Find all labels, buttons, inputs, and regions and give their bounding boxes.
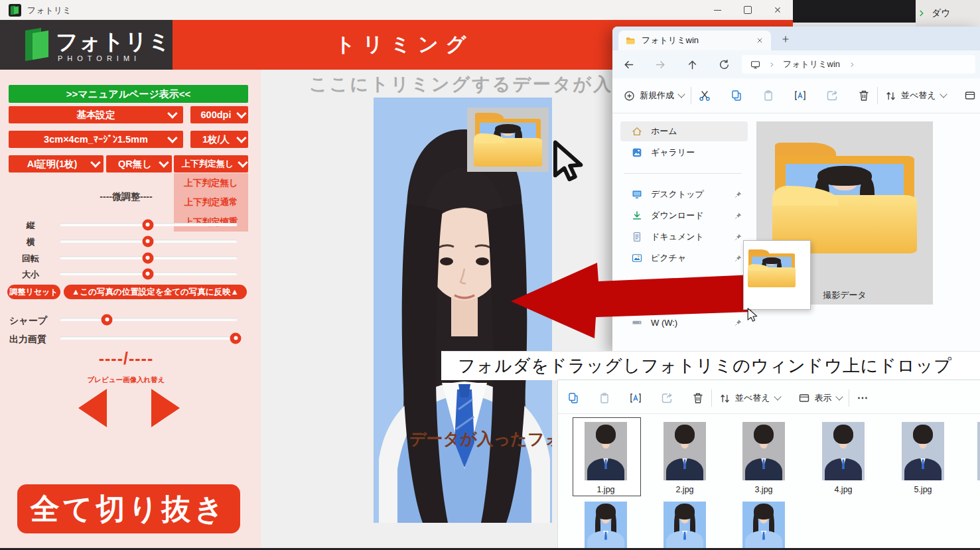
file-thumbnail[interactable] (742, 502, 785, 549)
share-icon[interactable] (825, 89, 839, 102)
chevron-down-icon (167, 133, 178, 143)
pin-icon (734, 233, 742, 241)
file-thumbnail[interactable] (585, 502, 627, 549)
refresh-icon[interactable] (718, 58, 731, 71)
sort-icon[interactable] (884, 90, 897, 102)
slider-knob[interactable] (142, 219, 153, 230)
paste-icon[interactable] (598, 391, 611, 405)
sidebar-item-gallery[interactable]: ギャラリー (620, 143, 748, 163)
reset-adjust-button[interactable]: 調整リセット (7, 285, 60, 299)
file-thumbnail[interactable] (585, 422, 627, 480)
fine-adjust-label: ----微調整---- (60, 191, 192, 203)
desktop-shortcut-label[interactable]: ダウ (932, 7, 951, 19)
manual-page-button[interactable]: >>マニュアルページ表示<< (9, 85, 248, 103)
sidebar-item-downloads[interactable]: ダウンロード (620, 206, 748, 226)
dpi-select[interactable]: 600dpi (190, 106, 248, 123)
chevron-down-icon (90, 157, 101, 168)
share-icon[interactable] (660, 391, 673, 405)
new-item-label[interactable]: 新規作成 (640, 90, 674, 102)
tab-close-icon[interactable] (755, 36, 764, 45)
up-icon[interactable] (686, 58, 699, 71)
sidebar-item-documents[interactable]: ドキュメント (620, 227, 748, 247)
paste-icon[interactable] (762, 89, 775, 102)
close-button[interactable] (762, 0, 793, 20)
menu-item[interactable]: 上下判定無し (174, 173, 248, 192)
qr-select[interactable]: QR無し (106, 155, 172, 172)
view-icon[interactable] (798, 391, 811, 405)
cut-icon[interactable] (698, 89, 711, 102)
view-icon[interactable] (963, 89, 977, 102)
explorer-tab[interactable]: フォトリミwin (618, 31, 771, 50)
file-thumbnail[interactable] (664, 502, 706, 549)
copy-icon[interactable] (730, 89, 743, 102)
file-thumbnail[interactable] (742, 422, 785, 480)
delete-icon[interactable] (691, 391, 705, 405)
forward-icon[interactable] (654, 58, 667, 71)
back-icon[interactable] (622, 58, 635, 71)
sidebar-item-home[interactable]: ホーム (620, 121, 748, 141)
copy-icon[interactable] (567, 391, 580, 405)
slider-knob[interactable] (142, 268, 153, 279)
chevron-down-icon (835, 393, 843, 400)
crop-all-button[interactable]: 全て切り抜き (17, 484, 240, 533)
file-name[interactable]: 2.jpg (652, 485, 718, 494)
size-slider[interactable] (60, 272, 238, 275)
pin-icon (734, 212, 742, 220)
file-thumbnail[interactable] (902, 422, 944, 480)
next-photo-button[interactable] (151, 389, 180, 427)
rename-icon[interactable] (629, 391, 642, 405)
breadcrumb[interactable]: フォトリミwin (742, 55, 975, 74)
delete-icon[interactable] (857, 89, 871, 102)
minimize-button[interactable] (702, 0, 733, 20)
view-label[interactable]: 表示 (815, 392, 832, 404)
sort-label[interactable]: 並べ替え (901, 90, 936, 102)
more-options-icon[interactable] (856, 391, 869, 405)
maximize-button[interactable] (733, 0, 763, 20)
new-item-icon[interactable] (623, 90, 636, 102)
sort-icon[interactable] (719, 392, 731, 405)
slider-label: 出力画質 (9, 334, 46, 346)
orientation-select[interactable]: 上下判定無し (174, 155, 248, 172)
chevron-down-icon (677, 90, 685, 98)
desktop-icon (631, 188, 643, 200)
file-name[interactable]: 1.jpg (573, 485, 639, 494)
drag-ghost-tile (467, 107, 549, 172)
file-thumbnail[interactable] (822, 422, 865, 480)
new-tab-button[interactable] (780, 34, 791, 44)
preview-swap-label: プレビュー画像入れ替え (60, 376, 192, 385)
horizontal-slider[interactable] (60, 240, 238, 243)
sort-label[interactable]: 並べ替え (735, 392, 770, 404)
page-title: トリミング (335, 31, 474, 58)
file-name[interactable]: 4.jpg (810, 485, 876, 494)
rename-icon[interactable] (794, 89, 807, 102)
slider-knob[interactable] (142, 236, 153, 247)
rotate-slider[interactable] (60, 256, 238, 259)
sidebar-item-desktop[interactable]: デスクトップ (620, 184, 748, 204)
desktop-corner: ダウ (916, 0, 980, 27)
file-name[interactable]: 3.jpg (731, 485, 797, 494)
prev-photo-button[interactable] (78, 389, 107, 427)
ai-mode-select[interactable]: AI証明(1枚) (9, 155, 104, 172)
slider-knob[interactable] (142, 252, 153, 263)
shortcut-arrow-icon (916, 7, 928, 19)
menu-item[interactable]: 上下判定慎重 (174, 212, 248, 232)
slider-knob[interactable] (230, 332, 242, 344)
breadcrumb-item[interactable]: フォトリミwin (783, 58, 840, 70)
preset-select[interactable]: 基本設定 (9, 106, 183, 123)
apply-to-all-button[interactable]: ▲この写真の位置設定を全ての写真に反映▲ (64, 285, 247, 299)
folder-icon (748, 248, 796, 288)
slider-knob[interactable] (102, 314, 113, 325)
per-person-select[interactable]: 1枚/人 (190, 131, 248, 148)
explorer-toolbar: 新規作成 並べ替え (612, 78, 980, 113)
sharp-slider[interactable] (60, 318, 238, 321)
chevron-down-icon (167, 108, 178, 119)
file-name[interactable]: 5.jpg (890, 485, 956, 494)
quality-slider[interactable] (60, 336, 238, 340)
file-thumbnail[interactable] (664, 422, 706, 480)
sidebar-item-pictures[interactable]: ピクチャ (620, 248, 748, 268)
logo-text-jp: フォトリミ (56, 27, 171, 57)
vertical-slider[interactable] (60, 223, 238, 226)
pictures-icon (631, 252, 643, 264)
size-select[interactable]: 3cm×4cm_ﾏｰｼﾞﾝ1.5mm (9, 131, 183, 148)
sidebar-item-drive-w[interactable]: W (W:) (620, 312, 748, 332)
